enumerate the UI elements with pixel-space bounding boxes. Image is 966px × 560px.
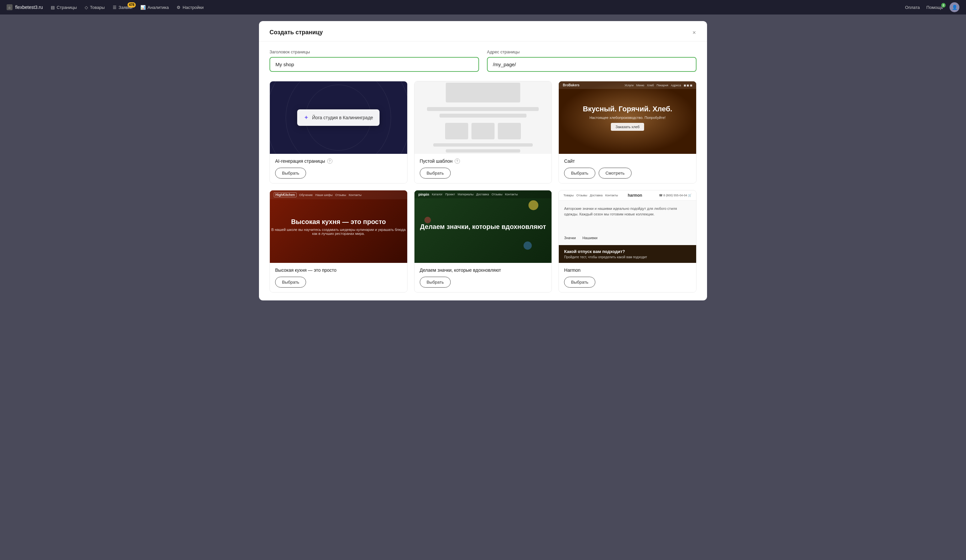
kitchen-select-button[interactable]: Выбрать [275,277,306,287]
template-harmon-name: Harmon [564,268,691,273]
template-kitchen-actions: Выбрать [275,277,402,287]
templates-grid: ✦ Йога студия в Калининграде AI-генераци… [269,81,697,292]
harmon-select-button[interactable]: Выбрать [564,277,595,287]
template-site[interactable]: BroBakers Услуги Меню Хлеб Пекарня Адрес… [559,81,697,184]
template-pinpin-info: Делаем значки, которые вдохновляют Выбра… [414,263,552,292]
template-empty-name: Пустой шаблон ? [420,158,547,164]
site-preview-nav: BroBakers Услуги Меню Хлеб Пекарня Адрес… [559,81,696,89]
ai-preview-text: Йога студия в Калининграде [312,115,373,120]
template-site-preview: BroBakers Услуги Меню Хлеб Пекарня Адрес… [559,81,696,154]
template-empty-actions: Выбрать [420,168,547,179]
harmon-body: Авторские значки и нашивки идеально подо… [559,200,696,236]
nav-payment[interactable]: Оплата [905,5,920,10]
modal-header: Создать страницу × [259,21,707,41]
modal-title: Создать страницу [269,29,697,36]
help-badge: 2 [941,3,946,8]
ai-select-button[interactable]: Выбрать [275,168,306,179]
template-ai-actions: Выбрать [275,168,402,179]
template-empty-info: Пустой шаблон ? Выбрать [414,154,552,183]
top-navigation: ⌂ flexbetest3.ru ▤ Страницы ◇ Товары ☰ З… [0,0,966,15]
pinpin-text: Делаем значки, которые вдохновляют [420,223,546,231]
template-ai-name: AI-генерация страницы ? [275,158,402,164]
template-harmon[interactable]: Товары Отзывы Доставка Контакты harmon ☎… [559,190,697,292]
nav-orders[interactable]: ☰ Заявки 478 [113,5,133,10]
brand-logo[interactable]: ⌂ flexbetest3.ru [7,4,43,10]
nav-right: Оплата Помощь 2 👤 [905,2,959,12]
brand-name: flexbetest3.ru [15,5,43,10]
harmon-bottom: Значки Нашивки [559,236,696,245]
nav-help[interactable]: Помощь 2 [927,5,943,10]
template-site-name: Сайт [564,158,691,164]
empty-select-button[interactable]: Выбрать [420,168,451,179]
template-site-actions: Выбрать Смотреть [564,168,691,179]
template-pinpin[interactable]: pinpin Каталог Проект Материалы Доставка… [414,190,552,292]
nav-pages[interactable]: ▤ Страницы [51,5,77,10]
modal-body: Заголовок страницы Адрес страницы [259,41,707,301]
home-icon: ⌂ [7,4,13,10]
site-logo: BroBakers [563,83,580,87]
nav-pages-label: Страницы [57,5,77,10]
kitchen-nav: HighKitchen Обучение Наши шефы Отзывы Ко… [270,190,407,199]
page-title-label: Заголовок страницы [269,49,479,54]
template-ai-preview: ✦ Йога студия в Калининграде [270,81,407,154]
clipboard-icon: ☰ [113,5,117,10]
tag-icon: ◇ [85,5,88,10]
form-row: Заголовок страницы Адрес страницы [269,49,697,72]
ai-sparkle-icon: ✦ [304,114,309,121]
template-pinpin-actions: Выбрать [420,277,547,287]
kitchen-text: Высокая кухня — это просто В нашей школе… [270,218,407,235]
chart-icon: 📊 [140,5,146,10]
modal-overlay: Создать страницу × Заголовок страницы Ад… [0,15,966,560]
pinpin-nav: pinpin Каталог Проект Материалы Доставка… [414,190,552,198]
create-page-modal: Создать страницу × Заголовок страницы Ад… [259,21,707,301]
pinpin-select-button[interactable]: Выбрать [420,277,451,287]
page-title-group: Заголовок страницы [269,49,479,72]
page-address-label: Адрес страницы [487,49,697,54]
template-harmon-info: Harmon Выбрать [559,263,696,292]
gear-icon: ⚙ [177,5,181,10]
site-select-button[interactable]: Выбрать [564,168,595,179]
page-title-input[interactable] [269,57,479,72]
nav-analytics-label: Аналитика [148,5,169,10]
site-view-button[interactable]: Смотреть [599,168,632,179]
nav-products[interactable]: ◇ Товары [85,5,105,10]
template-kitchen-name: Высокая кухня — это просто [275,268,402,273]
ai-preview-card: ✦ Йога студия в Калининграде [297,109,380,126]
template-harmon-preview: Товары Отзывы Доставка Контакты harmon ☎… [559,190,696,263]
template-pinpin-preview: pinpin Каталог Проект Материалы Доставка… [414,190,552,263]
site-preview-text: Вкусный. Горячий. Хлеб. Настоящее хлебоп… [583,104,672,131]
empty-help-icon[interactable]: ? [455,158,460,164]
template-kitchen-info: Высокая кухня — это просто Выбрать [270,263,407,292]
template-pinpin-name: Делаем значки, которые вдохновляют [420,268,547,273]
ai-help-icon[interactable]: ? [327,158,332,164]
template-empty[interactable]: Пустой шаблон ? Выбрать [414,81,552,184]
site-preview-cta: Заказать хлеб [611,123,644,131]
template-kitchen[interactable]: HighKitchen Обучение Наши шефы Отзывы Ко… [269,190,407,292]
harmon-nav: Товары Отзывы Доставка Контакты harmon ☎… [559,190,696,200]
template-harmon-actions: Выбрать [564,277,691,287]
pages-icon: ▤ [51,5,55,10]
nav-settings[interactable]: ⚙ Настройки [177,5,204,10]
modal-close-button[interactable]: × [689,28,699,38]
template-empty-preview [414,81,552,154]
nav-settings-label: Настройки [182,5,204,10]
harmon-logo: harmon [628,193,642,198]
orders-badge: 478 [128,2,136,8]
user-avatar[interactable]: 👤 [950,2,959,12]
template-ai[interactable]: ✦ Йога студия в Калининграде AI-генераци… [269,81,407,184]
nav-products-label: Товары [90,5,105,10]
nav-analytics[interactable]: 📊 Аналитика [140,5,169,10]
page-address-input[interactable] [487,57,697,72]
template-site-info: Сайт Выбрать Смотреть [559,154,696,183]
harmon-tagline: Авторские значки и нашивки идеально подо… [564,206,691,217]
page-address-group: Адрес страницы [487,49,697,72]
template-kitchen-preview: HighKitchen Обучение Наши шефы Отзывы Ко… [270,190,407,263]
harmon-vacation: Какой отпуск вам подходит? Пройдите тест… [559,245,696,263]
template-ai-info: AI-генерация страницы ? Выбрать [270,154,407,183]
